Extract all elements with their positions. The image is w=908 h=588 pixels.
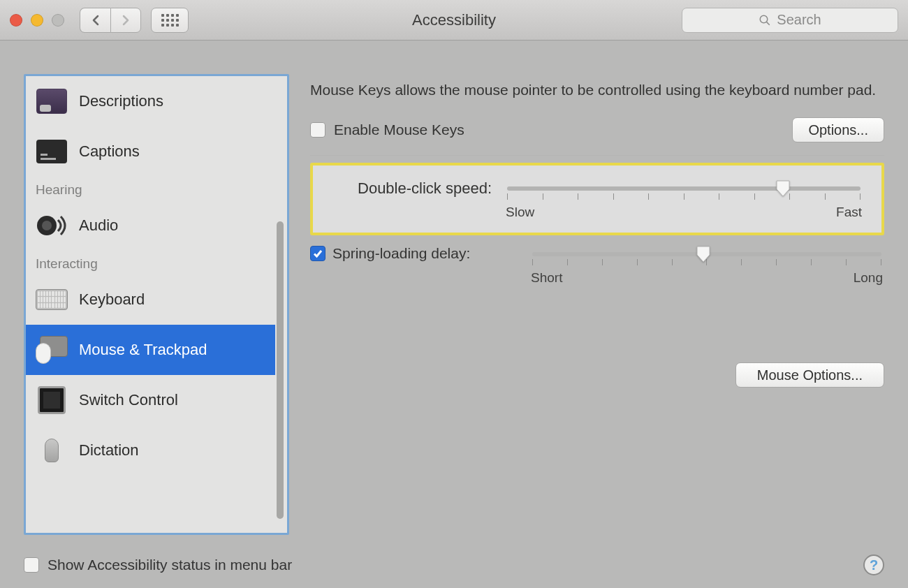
show-all-button[interactable] [151, 8, 189, 33]
window-controls [10, 14, 64, 27]
close-window-button[interactable] [10, 14, 22, 27]
sidebar-item-label: Dictation [79, 441, 139, 460]
sidebar-item-label: Keyboard [79, 291, 145, 309]
main-panel: Mouse Keys allows the mouse pointer to b… [310, 74, 884, 529]
chevron-right-icon [121, 15, 131, 26]
show-status-label: Show Accessibility status in menu bar [47, 557, 292, 573]
sidebar-item-descriptions[interactable]: Descriptions [26, 76, 275, 126]
double-click-speed-row: Double-click speed: Slow Fast [331, 179, 863, 220]
spring-loading-checkbox[interactable] [310, 246, 325, 261]
search-field[interactable]: Search [682, 8, 898, 33]
sidebar-item-audio[interactable]: Audio [26, 200, 275, 251]
grid-icon [161, 14, 179, 27]
sidebar-scrollbar[interactable] [275, 83, 285, 526]
svg-point-0 [761, 15, 768, 23]
sidebar-item-label: Switch Control [79, 391, 178, 409]
slider-min-label: Short [531, 270, 562, 286]
mouse-keys-description: Mouse Keys allows the mouse pointer to b… [310, 80, 884, 101]
footer: Show Accessibility status in menu bar ? [24, 554, 884, 575]
nav-buttons [80, 8, 141, 33]
mouse-options-button[interactable]: Mouse Options... [735, 362, 884, 388]
dictation-icon [36, 434, 68, 466]
slider-max-label: Fast [836, 205, 862, 220]
enable-mouse-keys-checkbox[interactable] [310, 122, 325, 138]
help-button[interactable]: ? [863, 554, 884, 575]
minimize-window-button[interactable] [31, 14, 43, 27]
descriptions-icon [36, 85, 68, 117]
keyboard-icon [36, 284, 68, 316]
sidebar-list[interactable]: Descriptions Captions Hearing Audio Inte… [26, 76, 275, 533]
sidebar: Descriptions Captions Hearing Audio Inte… [24, 74, 289, 535]
sidebar-item-keyboard[interactable]: Keyboard [26, 274, 275, 325]
sidebar-item-label: Descriptions [79, 92, 163, 110]
sidebar-section-interacting: Interacting [26, 251, 275, 274]
forward-button[interactable] [110, 8, 141, 33]
sidebar-item-label: Captions [79, 142, 140, 161]
double-click-speed-label: Double-click speed: [331, 179, 492, 198]
sidebar-section-hearing: Hearing [26, 177, 275, 200]
sidebar-item-mouse-trackpad[interactable]: Mouse & Trackpad [26, 325, 275, 375]
scrollbar-thumb[interactable] [277, 221, 284, 519]
mouse-keys-options-button[interactable]: Options... [792, 117, 884, 142]
chevron-left-icon [91, 15, 101, 26]
mouse-options-row: Mouse Options... [310, 362, 884, 388]
titlebar: Accessibility Search [0, 0, 908, 41]
double-click-speed-slider[interactable]: Slow Fast [504, 179, 863, 220]
sidebar-item-label: Audio [79, 216, 118, 235]
zoom-window-button[interactable] [52, 14, 64, 27]
check-icon [312, 248, 323, 259]
captions-icon [36, 135, 68, 168]
slider-max-label: Long [854, 270, 883, 286]
mouse-trackpad-icon [36, 334, 68, 366]
enable-mouse-keys-row: Enable Mouse Keys Options... [310, 117, 884, 142]
spring-loading-label: Spring-loading delay: [332, 245, 470, 262]
show-status-checkbox[interactable] [24, 557, 39, 573]
spring-loading-row: Spring-loading delay: Short Long [310, 245, 884, 286]
sidebar-item-switch-control[interactable]: Switch Control [26, 375, 275, 425]
svg-line-1 [767, 22, 770, 24]
back-button[interactable] [80, 8, 110, 33]
svg-point-3 [42, 221, 52, 230]
search-placeholder: Search [777, 12, 821, 28]
switch-control-icon [36, 384, 68, 416]
slider-min-label: Slow [506, 205, 534, 220]
enable-mouse-keys-label: Enable Mouse Keys [334, 122, 464, 138]
content-area: Descriptions Captions Hearing Audio Inte… [0, 41, 908, 543]
sidebar-item-dictation[interactable]: Dictation [26, 425, 275, 476]
search-icon [759, 14, 771, 27]
spring-loading-slider[interactable]: Short Long [529, 245, 884, 286]
separator [310, 155, 884, 156]
sidebar-item-label: Mouse & Trackpad [79, 341, 207, 359]
double-click-speed-highlight: Double-click speed: Slow Fast [310, 163, 884, 235]
sidebar-item-captions[interactable]: Captions [26, 126, 275, 177]
audio-icon [36, 210, 68, 242]
